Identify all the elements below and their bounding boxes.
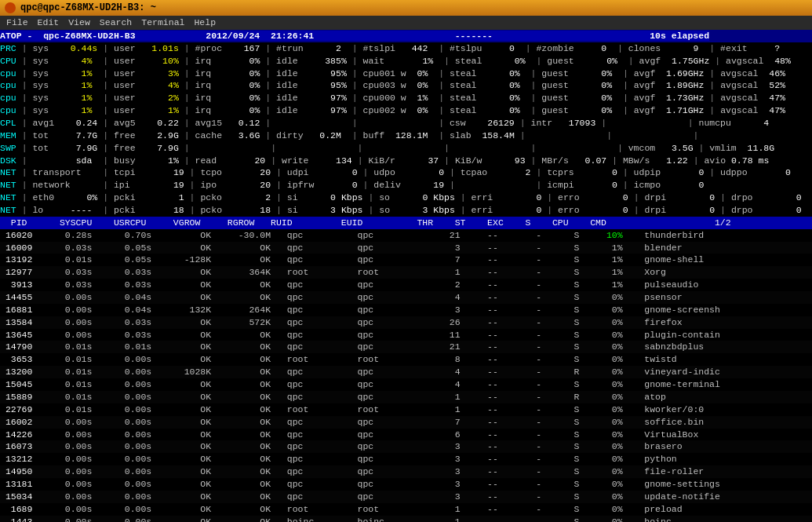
- table-row: 1689 0.00s 0.00s OK OK root root 1 -- - …: [0, 503, 812, 516]
- menu-edit[interactable]: Edit: [38, 16, 60, 29]
- process-list: 16020 0.28s 0.70s OK -30.0M qpc qpc 21 -…: [0, 229, 812, 522]
- table-row: 13212 0.00s 0.00s OK OK qpc qpc 3 -- - S…: [0, 453, 812, 465]
- table-row: 13200 0.01s 0.00s 1028K OK qpc qpc 4 -- …: [0, 366, 812, 378]
- table-row: 16009 0.03s 0.05s OK OK qpc qpc 3 -- - S…: [0, 242, 812, 254]
- swp-row: SWP | tot 7.9G | free 7.9G | | | | | | v…: [0, 142, 812, 155]
- cpu3-row: cpu | sys 1% | user 1% | irq 0% | idle 9…: [0, 104, 812, 117]
- table-row: 14226 0.00s 0.00s OK OK qpc qpc 6 -- - S…: [0, 429, 812, 441]
- dsk-row: DSK | sda | busy 1% | read 20 | write 13…: [0, 155, 812, 167]
- menu-view[interactable]: View: [68, 16, 90, 29]
- table-row: 13584 0.00s 0.03s OK 572K qpc qpc 26 -- …: [0, 316, 812, 329]
- table-row: 14455 0.00s 0.04s OK OK qpc qpc 4 -- - S…: [0, 291, 812, 304]
- net-transport-row: NET | transport | tcpi 19 | tcpo 20 | ud…: [0, 166, 812, 179]
- net-lo-row: NET | lo ---- | pcki 18 | pcko 18 | si 3…: [0, 204, 812, 217]
- cpu0-row: cpu | sys 1% | user 3% | irq 0% | idle 9…: [0, 68, 812, 80]
- table-row: 1443 0.00s 0.00s OK OK boinc boinc 1 -- …: [0, 516, 812, 522]
- menu-help[interactable]: Help: [194, 16, 216, 29]
- table-row: 15045 0.01s 0.00s OK OK qpc qpc 4 -- - S…: [0, 378, 812, 391]
- table-row: 14950 0.00s 0.00s OK OK qpc qpc 3 -- - S…: [0, 465, 812, 478]
- menu-search[interactable]: Search: [100, 16, 132, 29]
- net-network-row: NET | network | ipi 19 | ipo 20 | ipfrw …: [0, 179, 812, 192]
- cpu2-row: cpu | sys 1% | user 2% | irq 0% | idle 9…: [0, 92, 812, 104]
- window-title: qpc@qpc-Z68MX-UD2H-B3: ~: [20, 2, 156, 15]
- table-row: 3913 0.03s 0.03s OK OK qpc qpc 2 -- - S …: [0, 279, 812, 291]
- table-row: 15034 0.00s 0.00s OK OK qpc qpc 3 -- - S…: [0, 491, 812, 503]
- terminal-content: ATOP - qpc-Z68MX-UD2H-B3 2012/09/24 21:2…: [0, 30, 812, 522]
- table-row: 13645 0.00s 0.03s OK OK qpc qpc 11 -- - …: [0, 329, 812, 341]
- table-row: 3653 0.01s 0.00s OK OK root root 8 -- - …: [0, 353, 812, 366]
- table-row: 13192 0.01s 0.05s -128K OK qpc qpc 7 -- …: [0, 254, 812, 266]
- title-bar: qpc@qpc-Z68MX-UD2H-B3: ~: [0, 0, 812, 16]
- close-button[interactable]: [5, 2, 16, 13]
- table-row: 14790 0.01s 0.01s OK OK qpc qpc 21 -- - …: [0, 341, 812, 353]
- atop-header-line: ATOP - qpc-Z68MX-UD2H-B3 2012/09/24 21:2…: [0, 30, 812, 42]
- prc-row: PRC | sys 0.44s | user 1.01s | #proc 167…: [0, 42, 812, 55]
- table-row: 22769 0.01s 0.00s OK OK root root 1 -- -…: [0, 403, 812, 416]
- table-row: 13181 0.00s 0.00s OK OK qpc qpc 3 -- - S…: [0, 478, 812, 491]
- cpl-row: CPL | avg1 0.24 | avg5 0.22 | avg15 0.12…: [0, 117, 812, 130]
- table-row: 16020 0.28s 0.70s OK -30.0M qpc qpc 21 -…: [0, 229, 812, 242]
- table-row: 16002 0.00s 0.00s OK OK qpc qpc 7 -- - S…: [0, 416, 812, 429]
- process-table-header: PID SYSCPU USRCPU VGROW RGROW RUID EUID …: [0, 217, 812, 229]
- table-row: 16073 0.00s 0.00s OK OK qpc qpc 3 -- - S…: [0, 440, 812, 453]
- cpu1-row: cpu | sys 1% | user 4% | irq 0% | idle 9…: [0, 79, 812, 92]
- table-row: 12977 0.03s 0.03s OK 364K root root 1 --…: [0, 266, 812, 279]
- menu-terminal[interactable]: Terminal: [141, 16, 184, 29]
- menu-bar: File Edit View Search Terminal Help: [0, 16, 812, 30]
- CPU-row: CPU | sys 4% | user 10% | irq 0% | idle …: [0, 55, 812, 68]
- table-row: 15889 0.01s 0.00s OK OK qpc qpc 1 -- - R…: [0, 391, 812, 403]
- mem-row: MEM | tot 7.7G | free 2.9G | cache 3.6G …: [0, 130, 812, 142]
- menu-file[interactable]: File: [6, 16, 28, 29]
- table-row: 16881 0.00s 0.04s 132K 264K qpc qpc 3 --…: [0, 304, 812, 316]
- net-eth0-row: NET | eth0 0% | pcki 1 | pcko 2 | si 0 K…: [0, 192, 812, 204]
